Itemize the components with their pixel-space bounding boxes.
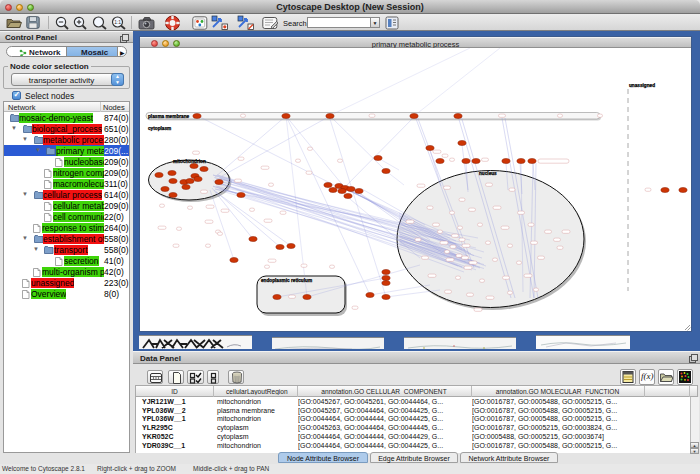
svg-text:unassigned: unassigned — [629, 83, 655, 88]
svg-text:1:1: 1:1 — [114, 19, 121, 25]
svg-text:nucleus: nucleus — [479, 171, 497, 176]
svg-text:mitochondrion: mitochondrion — [173, 159, 206, 164]
svg-text:cytoplasm: cytoplasm — [148, 126, 171, 131]
svg-text:plasma membrane: plasma membrane — [148, 114, 190, 119]
svg-text:endoplasmic reticulum: endoplasmic reticulum — [261, 278, 312, 283]
